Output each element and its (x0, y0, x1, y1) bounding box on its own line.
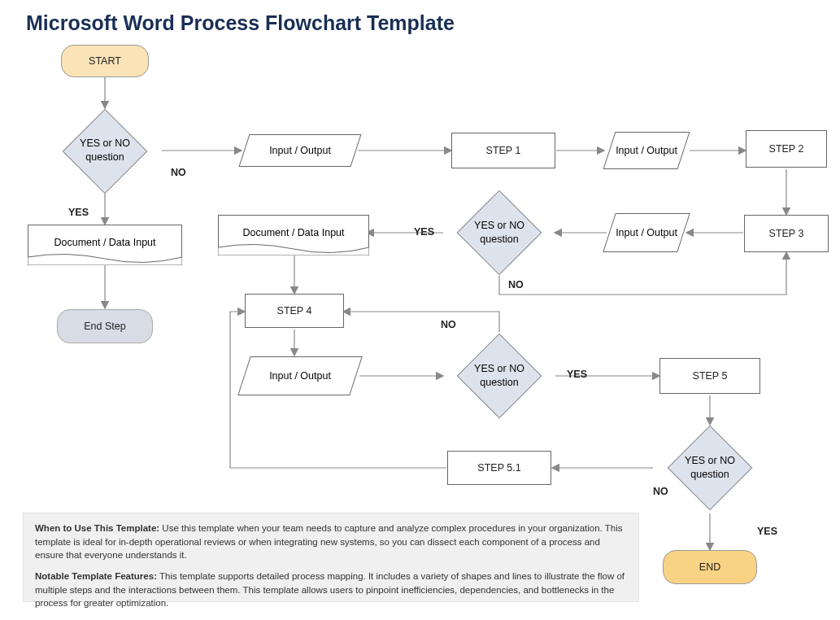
node-step-3: STEP 3 (744, 215, 829, 252)
node-step-5: STEP 5 (659, 358, 760, 394)
label-yes: YES (757, 526, 777, 537)
node-document-2: Document / Data Input (218, 215, 369, 255)
label-no: NO (508, 279, 524, 290)
node-io-2: Input / Output (609, 132, 684, 169)
node-io-3: Input / Output (609, 213, 684, 252)
label-yes: YES (567, 369, 587, 380)
label-no: NO (441, 319, 456, 330)
node-decision-2: YES or NO question (455, 189, 544, 277)
node-decision-4: YES or NO question (665, 424, 755, 512)
node-io-1: Input / Output (244, 134, 356, 167)
node-end-step: End Step (57, 309, 153, 343)
desc-2-bold: Notable Template Features: (35, 571, 157, 581)
node-step-2: STEP 2 (746, 130, 827, 168)
node-document-1: Document / Data Input (28, 225, 182, 265)
description-panel: When to Use This Template: Use this temp… (23, 513, 639, 602)
node-decision-1: YES or NO question (60, 107, 150, 194)
node-io-4: Input / Output (244, 356, 356, 395)
node-end: END (663, 550, 757, 584)
node-decision-3: YES or NO question (455, 332, 544, 420)
desc-1-bold: When to Use This Template: (35, 523, 159, 533)
label-no: NO (653, 486, 668, 497)
label-yes: YES (68, 207, 89, 218)
node-start: START (61, 45, 149, 77)
node-step-1: STEP 1 (451, 133, 555, 168)
label-no: NO (171, 167, 186, 178)
node-step-4: STEP 4 (245, 294, 344, 328)
page-title: Microsoft Word Process Flowchart Templat… (26, 11, 455, 35)
node-step-5-1: STEP 5.1 (447, 451, 551, 485)
label-yes: YES (414, 226, 434, 238)
